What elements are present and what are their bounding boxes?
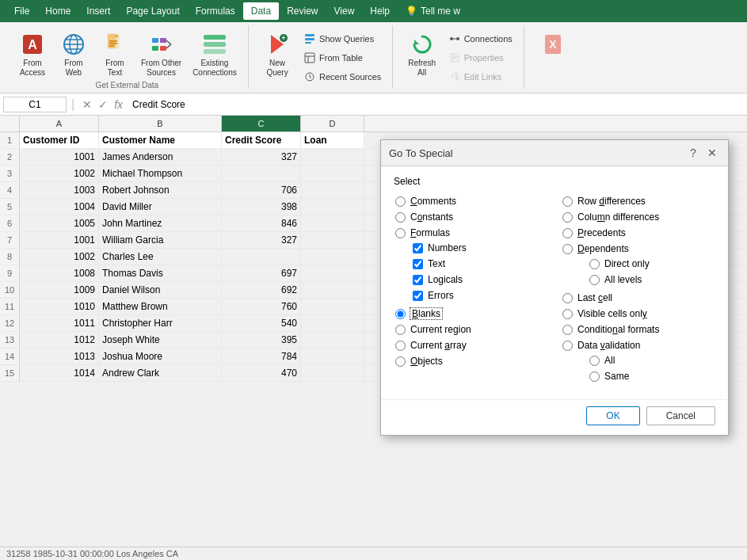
get-external-data-label: Get External Data [96, 81, 158, 91]
data-validation-option[interactable]: Data validation [561, 337, 715, 353]
precedents-option[interactable]: Precedents [561, 225, 715, 241]
menu-insert[interactable]: Insert [78, 2, 118, 20]
existing-connections-label: Existing Connections [192, 59, 237, 78]
properties-label: Properties [464, 53, 504, 63]
last-cell-option[interactable]: Last cell [561, 290, 715, 306]
insert-function-icon[interactable]: fx [114, 98, 123, 111]
from-other-sources-button[interactable]: From Other Sources [136, 29, 186, 81]
dialog-footer: OK Cancel [381, 399, 728, 435]
modal-overlay: Go To Special ? ✕ Select Comments [0, 116, 747, 560]
svg-text:+: + [281, 34, 285, 42]
from-access-button[interactable]: A From Access [13, 29, 52, 81]
col-diff-label: Column differences [577, 211, 659, 223]
text-suboption[interactable]: Text [413, 257, 548, 271]
svg-text:A: A [28, 38, 37, 51]
same-label: Same [604, 371, 629, 382]
formulas-option[interactable]: Formulas [394, 225, 548, 241]
direct-only-option[interactable]: Direct only [589, 257, 715, 271]
all-levels-label: All levels [604, 274, 642, 285]
text-label: Text [428, 258, 445, 269]
data-validation-suboptions: All Same [561, 353, 715, 383]
lightbulb-icon: 💡 [406, 6, 417, 17]
dependents-option[interactable]: Dependents [561, 241, 715, 257]
recent-sources-icon [303, 70, 316, 83]
col-diff-option[interactable]: Column differences [561, 209, 715, 225]
new-query-button[interactable]: + New Query [257, 29, 297, 81]
refresh-all-button[interactable]: Refresh All [402, 29, 442, 81]
formula-bar: | ✕ ✓ fx [0, 93, 747, 116]
recent-sources-button[interactable]: Recent Sources [299, 68, 386, 86]
comments-option[interactable]: Comments [394, 193, 548, 209]
svg-text:X: X [550, 38, 558, 51]
all-levels-option[interactable]: All levels [589, 272, 715, 287]
current-array-option[interactable]: Current array [394, 337, 548, 353]
row-diff-option[interactable]: Row differences [561, 193, 715, 209]
from-web-button[interactable]: From Web [54, 29, 93, 81]
dialog-header: Go To Special ? ✕ [381, 140, 728, 166]
svg-rect-14 [160, 38, 166, 43]
ribbon-get-external-data: A From Access From Web [6, 25, 249, 89]
svg-rect-19 [204, 35, 226, 40]
menu-help[interactable]: Help [362, 2, 398, 20]
edit-links-button: Edit Links [444, 68, 517, 86]
show-queries-button[interactable]: Show Queries [299, 30, 386, 48]
connections-icon [202, 32, 227, 57]
conditional-formats-option[interactable]: Conditional formats [561, 322, 715, 337]
dialog-close-button[interactable]: ✕ [704, 145, 720, 161]
numbers-suboption[interactable]: Numbers [413, 241, 548, 255]
svg-rect-20 [204, 42, 226, 47]
formula-input[interactable] [129, 97, 744, 112]
from-table-icon [303, 51, 316, 64]
from-table-button[interactable]: From Table [299, 49, 386, 67]
connections-button[interactable]: Connections [444, 30, 517, 48]
formulas-label: Formulas [410, 227, 450, 238]
show-queries-icon [303, 32, 316, 45]
dialog-help-button[interactable]: ? [685, 145, 701, 161]
dialog-title: Go To Special [389, 147, 453, 159]
select-label: Select [394, 176, 715, 187]
edit-links-label: Edit Links [464, 72, 502, 82]
connections-label: Connections [464, 34, 513, 44]
dialog-controls: ? ✕ [685, 145, 720, 161]
blanks-label: Blanks [410, 308, 442, 319]
dependents-label: Dependents [577, 243, 629, 254]
ribbon-connections: Refresh All Connections [396, 25, 524, 89]
all-option[interactable]: All [589, 353, 715, 368]
name-box[interactable] [3, 97, 67, 112]
existing-connections-button[interactable]: Existing Connections [188, 29, 242, 81]
svg-rect-13 [152, 38, 158, 43]
svg-rect-25 [305, 34, 314, 36]
options-left-col: Comments Constants Formulas [394, 193, 548, 383]
menu-view[interactable]: View [326, 2, 363, 20]
menu-file[interactable]: File [6, 2, 37, 20]
ribbon-acrobat: X [527, 25, 579, 89]
menu-review[interactable]: Review [279, 2, 326, 20]
other-sources-icon [149, 32, 174, 57]
menu-page-layout[interactable]: Page Layout [118, 2, 187, 20]
same-option[interactable]: Same [589, 369, 715, 383]
options-right-col: Row differences Column differences Prece… [561, 193, 715, 383]
precedents-label: Precedents [577, 227, 626, 238]
menu-tell-me[interactable]: 💡 Tell me w [398, 2, 468, 20]
menu-formulas[interactable]: Formulas [188, 2, 243, 20]
refresh-all-label: Refresh All [408, 59, 436, 78]
menu-data[interactable]: Data [243, 2, 279, 20]
visible-cells-option[interactable]: Visible cells only [561, 306, 715, 322]
recent-sources-label: Recent Sources [319, 72, 381, 82]
visible-cells-label: Visible cells only [577, 308, 647, 319]
blanks-option[interactable]: Blanks [394, 306, 548, 322]
confirm-formula-icon[interactable]: ✓ [98, 98, 108, 111]
current-region-option[interactable]: Current region [394, 322, 548, 337]
cancel-formula-icon[interactable]: ✕ [82, 98, 92, 111]
last-cell-label: Last cell [577, 292, 612, 303]
ok-button[interactable]: OK [586, 406, 639, 425]
ribbon: A From Access From Web [0, 22, 747, 93]
from-text-button[interactable]: From Text [95, 29, 135, 81]
menu-home[interactable]: Home [37, 2, 78, 20]
errors-suboption[interactable]: Errors [413, 288, 548, 303]
constants-option[interactable]: Constants [394, 209, 548, 225]
cancel-button[interactable]: Cancel [646, 406, 715, 425]
objects-option[interactable]: Objects [394, 353, 548, 369]
properties-icon [448, 51, 461, 64]
logicals-suboption[interactable]: Logicals [413, 272, 548, 287]
